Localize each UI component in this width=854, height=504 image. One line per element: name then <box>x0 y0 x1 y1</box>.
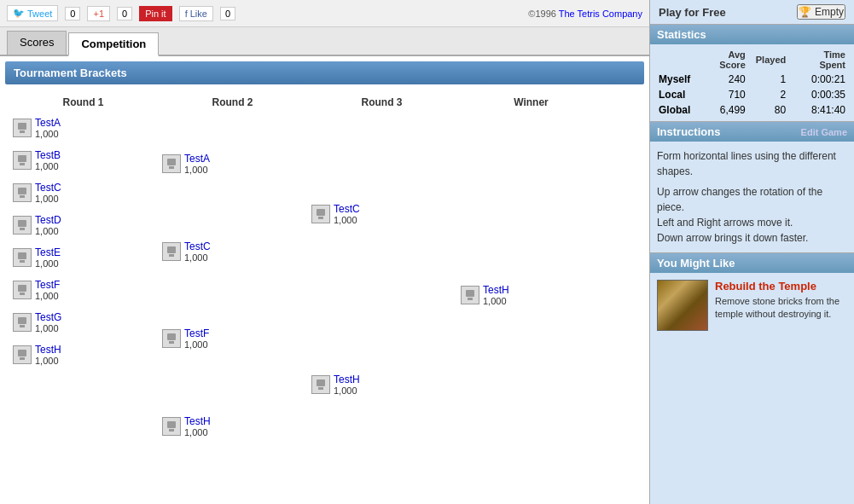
bracket-container: Round 1 Round 2 Round 3 Winner <box>0 90 649 473</box>
list-item: TestE 1,000 <box>13 246 154 269</box>
player-name[interactable]: TestH <box>334 374 360 385</box>
player-name[interactable]: TestH <box>483 284 509 296</box>
player-score: 1,000 <box>35 194 61 204</box>
avatar <box>13 183 32 202</box>
player-name[interactable]: TestF <box>35 279 60 291</box>
svg-rect-22 <box>167 421 176 428</box>
global-label: Global <box>654 102 695 118</box>
empty-button[interactable]: 🏆 Empty <box>797 4 845 20</box>
edit-game-link[interactable]: Edit Game <box>801 127 847 137</box>
left-panel: 🐦 Tweet 0 +1 0 Pin it f Like 0 ©1996 The… <box>0 0 649 504</box>
player-name[interactable]: TestA <box>35 117 61 129</box>
svg-rect-26 <box>317 379 325 386</box>
player-score: 1,000 <box>483 296 509 306</box>
player-score: 1,000 <box>35 226 61 236</box>
player-name[interactable]: TestE <box>35 246 61 258</box>
svg-rect-5 <box>20 195 25 198</box>
svg-rect-8 <box>18 252 26 259</box>
instruction-line-4: Down arrow brings it down faster. <box>657 230 847 246</box>
list-item: TestH 1,000 <box>461 284 601 306</box>
svg-rect-2 <box>18 155 26 162</box>
avatar <box>13 313 32 332</box>
you-might-like-header: You Might Like <box>650 253 854 273</box>
pinterest-button[interactable]: Pin it <box>139 6 171 21</box>
player-name[interactable]: TestF <box>184 327 209 339</box>
tweet-count: 0 <box>65 7 80 20</box>
svg-rect-20 <box>167 333 176 340</box>
tab-competition[interactable]: Competition <box>68 32 159 56</box>
svg-rect-24 <box>317 209 325 216</box>
svg-rect-7 <box>20 228 25 230</box>
player-name[interactable]: TestH <box>184 415 211 427</box>
svg-rect-25 <box>318 217 323 219</box>
avatar <box>311 375 330 394</box>
round-3-column: TestC 1,000 TestH 1,000 <box>307 112 456 470</box>
myself-time: 0:00:21 <box>791 72 851 87</box>
col-label-header <box>654 48 695 72</box>
player-name[interactable]: TestG <box>35 311 61 323</box>
global-avg-score: 6,499 <box>695 102 750 118</box>
avatar <box>13 216 32 235</box>
gplus-button[interactable]: +1 <box>87 6 110 21</box>
myself-label: Myself <box>654 72 695 87</box>
svg-rect-16 <box>167 159 176 165</box>
tournament-header: Tournament Brackets <box>5 61 644 84</box>
game-description: Remove stone bricks from the temple with… <box>715 295 847 322</box>
list-item: TestA 1,000 <box>13 117 154 139</box>
winner-column: TestH 1,000 <box>456 112 606 470</box>
round-2-column: TestA 1,000 TestC 1,000 <box>158 112 307 470</box>
svg-rect-4 <box>18 188 26 194</box>
list-item: TestA 1,000 <box>162 153 303 175</box>
table-row: Myself 240 1 0:00:21 <box>654 72 851 87</box>
avatar <box>162 329 181 348</box>
statistics-section: Statistics Avg Score Played Time Spent M… <box>650 25 854 122</box>
you-might-like-body: Rebuild the Temple Remove stone bricks f… <box>650 273 854 338</box>
avatar <box>461 286 479 304</box>
avatar <box>13 345 32 364</box>
player-score: 1,000 <box>334 385 360 396</box>
player-score: 1,000 <box>184 339 209 350</box>
played-header: Played <box>751 48 791 72</box>
avatar <box>13 119 32 137</box>
player-score: 1,000 <box>184 165 210 175</box>
avatar <box>311 205 330 223</box>
svg-rect-28 <box>466 290 474 297</box>
facebook-icon: f <box>185 9 188 19</box>
player-name[interactable]: TestC <box>184 240 211 252</box>
svg-rect-13 <box>20 325 25 327</box>
list-item: TestF 1,000 <box>13 279 154 301</box>
company-link[interactable]: The Tetris Company <box>559 9 642 19</box>
tab-scores[interactable]: Scores <box>7 31 67 55</box>
player-name[interactable]: TestC <box>334 203 360 215</box>
game-thumbnail[interactable] <box>657 280 708 331</box>
play-free-label[interactable]: Play for Free <box>659 6 726 19</box>
local-time: 0:00:35 <box>791 87 851 102</box>
local-avg-score: 710 <box>695 87 750 102</box>
svg-rect-10 <box>18 285 26 292</box>
round-1-header: Round 1 <box>9 96 158 108</box>
trophy-icon: 🏆 <box>799 6 811 18</box>
round-headers: Round 1 Round 2 Round 3 Winner <box>9 93 641 112</box>
game-title[interactable]: Rebuild the Temple <box>715 280 847 293</box>
player-name[interactable]: TestH <box>35 344 61 356</box>
round-3-header: Round 3 <box>307 96 456 108</box>
player-name[interactable]: TestC <box>35 182 61 194</box>
svg-rect-1 <box>20 130 25 133</box>
player-name[interactable]: TestA <box>184 153 210 165</box>
svg-rect-12 <box>18 317 26 324</box>
avatar <box>13 248 32 267</box>
time-spent-header: Time Spent <box>791 48 851 72</box>
svg-rect-9 <box>20 260 25 263</box>
svg-rect-18 <box>167 246 176 253</box>
svg-rect-11 <box>20 293 25 295</box>
svg-rect-14 <box>18 350 26 356</box>
svg-rect-0 <box>18 123 26 130</box>
player-name[interactable]: TestD <box>35 214 61 226</box>
myself-played: 1 <box>751 72 791 87</box>
player-name[interactable]: TestB <box>35 149 61 161</box>
like-button[interactable]: f Like <box>179 6 213 21</box>
bracket-grid: TestA 1,000 TestB 1,000 <box>9 112 641 470</box>
tweet-button[interactable]: 🐦 Tweet <box>7 5 58 21</box>
player-score: 1,000 <box>35 323 61 333</box>
instructions-body: Form horizontal lines using the differen… <box>650 142 854 252</box>
